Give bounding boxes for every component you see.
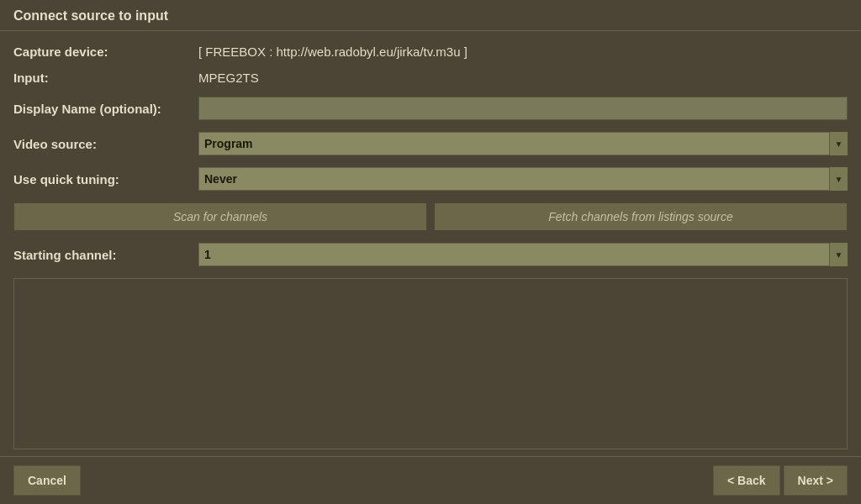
capture-device-value: [ FREEBOX : http://web.radobyl.eu/jirka/… bbox=[198, 45, 467, 59]
starting-channel-row: Starting channel: 1 ▼ bbox=[13, 243, 848, 266]
fetch-channels-button[interactable]: Fetch channels from listings source bbox=[434, 202, 848, 231]
scan-buttons-row: Scan for channels Fetch channels from li… bbox=[13, 202, 848, 231]
starting-channel-select-wrapper: 1 ▼ bbox=[198, 243, 848, 266]
input-row: Input: MPEG2TS bbox=[13, 71, 848, 85]
display-name-label: Display Name (optional): bbox=[13, 102, 198, 116]
capture-device-row: Capture device: [ FREEBOX : http://web.r… bbox=[13, 45, 848, 59]
input-value: MPEG2TS bbox=[198, 71, 259, 85]
footer-right-buttons: < Back Next > bbox=[713, 465, 848, 496]
next-button[interactable]: Next > bbox=[784, 465, 848, 496]
video-source-label: Video source: bbox=[13, 137, 198, 151]
dialog-title: Connect source to input bbox=[13, 8, 168, 23]
display-name-input[interactable] bbox=[198, 97, 848, 120]
scan-channels-button[interactable]: Scan for channels bbox=[13, 202, 427, 231]
footer: Cancel < Back Next > bbox=[0, 456, 861, 504]
content-area: Capture device: [ FREEBOX : http://web.r… bbox=[0, 31, 861, 456]
title-bar: Connect source to input bbox=[0, 0, 861, 31]
info-box bbox=[13, 278, 848, 449]
cancel-button[interactable]: Cancel bbox=[13, 465, 81, 496]
quick-tuning-select[interactable]: Never Always Only when channel changes bbox=[198, 167, 848, 191]
connect-source-dialog: Connect source to input Capture device: … bbox=[0, 0, 861, 504]
starting-channel-select[interactable]: 1 bbox=[198, 243, 848, 266]
video-source-select[interactable]: Program Composite S-Video Component bbox=[198, 132, 848, 155]
quick-tuning-select-wrapper: Never Always Only when channel changes ▼ bbox=[198, 167, 848, 191]
video-source-select-wrapper: Program Composite S-Video Component ▼ bbox=[198, 132, 848, 155]
starting-channel-label: Starting channel: bbox=[13, 248, 198, 262]
video-source-row: Video source: Program Composite S-Video … bbox=[13, 132, 848, 155]
quick-tuning-row: Use quick tuning: Never Always Only when… bbox=[13, 167, 848, 191]
back-button[interactable]: < Back bbox=[713, 465, 780, 496]
quick-tuning-label: Use quick tuning: bbox=[13, 172, 198, 186]
input-label: Input: bbox=[13, 71, 198, 85]
capture-device-label: Capture device: bbox=[13, 45, 198, 59]
display-name-row: Display Name (optional): bbox=[13, 97, 848, 120]
